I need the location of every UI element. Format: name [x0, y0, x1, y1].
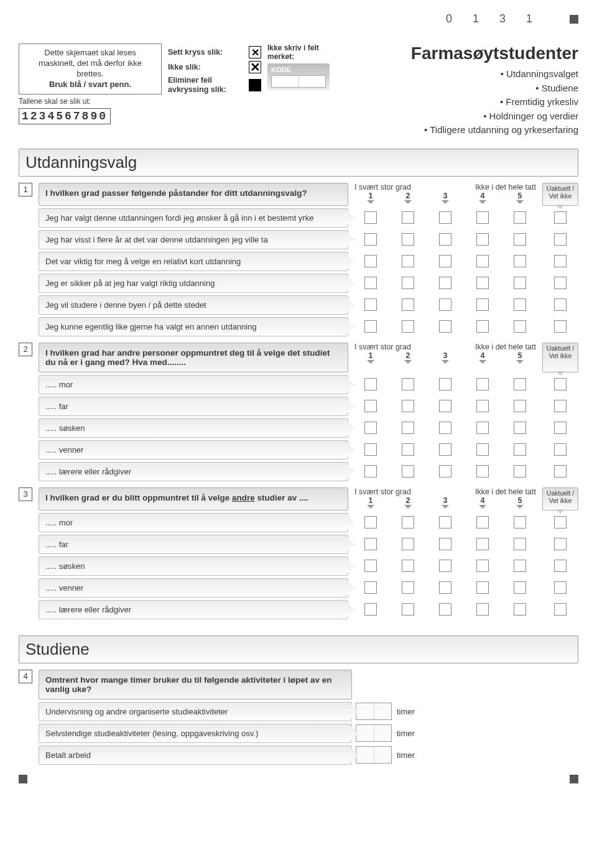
checkbox[interactable]	[402, 581, 414, 594]
checkbox-na[interactable]	[554, 422, 567, 434]
checkbox-na[interactable]	[554, 378, 567, 390]
checkbox[interactable]	[476, 277, 489, 289]
checkbox[interactable]	[364, 255, 377, 267]
checkbox[interactable]	[439, 233, 451, 246]
checkbox[interactable]	[364, 560, 377, 572]
checkbox[interactable]	[364, 400, 377, 412]
checkbox-na[interactable]	[554, 538, 567, 550]
checkbox-na[interactable]	[554, 400, 567, 412]
checkbox[interactable]	[439, 378, 451, 390]
checkbox[interactable]	[402, 298, 414, 311]
checkbox[interactable]	[402, 255, 414, 267]
checkbox[interactable]	[364, 581, 377, 594]
checkbox[interactable]	[439, 538, 451, 550]
na-col	[542, 465, 578, 478]
checkbox[interactable]	[514, 443, 526, 456]
checkbox[interactable]	[514, 233, 526, 246]
checkbox[interactable]	[439, 422, 451, 434]
checkbox[interactable]	[514, 211, 526, 224]
checkbox[interactable]	[514, 298, 526, 311]
checkbox-na[interactable]	[554, 560, 567, 572]
checkbox[interactable]	[364, 465, 377, 478]
checkbox[interactable]	[476, 465, 489, 478]
hours-input[interactable]	[356, 746, 392, 764]
checkbox[interactable]	[439, 443, 451, 456]
checkbox[interactable]	[439, 400, 451, 412]
checkbox[interactable]	[402, 465, 414, 478]
checkbox[interactable]	[402, 378, 414, 390]
checkbox[interactable]	[439, 516, 451, 529]
checkbox[interactable]	[402, 538, 414, 550]
checkbox[interactable]	[514, 516, 526, 529]
checkbox-na[interactable]	[554, 603, 567, 616]
checkbox[interactable]	[364, 538, 377, 550]
checkbox[interactable]	[514, 581, 526, 594]
checkbox[interactable]	[439, 211, 451, 224]
checkbox-na[interactable]	[554, 298, 567, 311]
checkbox[interactable]	[439, 465, 451, 478]
checkbox[interactable]	[364, 277, 377, 289]
checkbox[interactable]	[402, 560, 414, 572]
checkbox[interactable]	[476, 581, 489, 594]
checkbox[interactable]	[364, 378, 377, 390]
checkbox[interactable]	[364, 298, 377, 311]
checkbox[interactable]	[439, 320, 451, 333]
checkbox[interactable]	[364, 320, 377, 333]
checkbox[interactable]	[439, 255, 451, 267]
checkbox[interactable]	[514, 422, 526, 434]
checkbox[interactable]	[476, 443, 489, 456]
checkbox[interactable]	[514, 400, 526, 412]
checkbox[interactable]	[364, 516, 377, 529]
checkbox-na[interactable]	[554, 211, 567, 224]
checkbox[interactable]	[402, 516, 414, 529]
checkbox-na[interactable]	[554, 465, 567, 478]
checkbox[interactable]	[364, 211, 377, 224]
checkbox[interactable]	[514, 603, 526, 616]
checkbox[interactable]	[364, 443, 377, 456]
checkbox[interactable]	[364, 233, 377, 246]
checkbox-na[interactable]	[554, 516, 567, 529]
hours-input[interactable]	[356, 724, 392, 742]
checkbox[interactable]	[476, 538, 489, 550]
checkbox[interactable]	[476, 400, 489, 412]
checkbox[interactable]	[514, 255, 526, 267]
checkbox[interactable]	[514, 465, 526, 478]
hours-input[interactable]	[356, 703, 392, 720]
checkbox[interactable]	[402, 443, 414, 456]
checkbox-na[interactable]	[554, 320, 567, 333]
checkbox[interactable]	[514, 378, 526, 390]
checkbox[interactable]	[439, 603, 451, 616]
checkbox[interactable]	[402, 320, 414, 333]
checkbox[interactable]	[476, 298, 489, 311]
checkbox[interactable]	[364, 603, 377, 616]
checkbox[interactable]	[439, 581, 451, 594]
checkbox[interactable]	[476, 422, 489, 434]
checkbox[interactable]	[439, 277, 451, 289]
checkbox[interactable]	[402, 277, 414, 289]
checkbox[interactable]	[402, 422, 414, 434]
checkbox-na[interactable]	[554, 277, 567, 289]
checkbox[interactable]	[402, 233, 414, 246]
checkbox-na[interactable]	[554, 233, 567, 246]
checkbox[interactable]	[476, 516, 489, 529]
checkbox-na[interactable]	[554, 581, 567, 594]
checkbox[interactable]	[402, 603, 414, 616]
checkbox[interactable]	[476, 560, 489, 572]
checkbox[interactable]	[514, 538, 526, 550]
checkbox[interactable]	[476, 378, 489, 390]
checkbox-na[interactable]	[554, 255, 567, 267]
checkbox[interactable]	[514, 277, 526, 289]
checkbox[interactable]	[364, 422, 377, 434]
checkbox[interactable]	[439, 560, 451, 572]
checkbox[interactable]	[514, 560, 526, 572]
checkbox[interactable]	[476, 603, 489, 616]
checkbox[interactable]	[476, 211, 489, 224]
checkbox[interactable]	[476, 255, 489, 267]
checkbox-na[interactable]	[554, 443, 567, 456]
checkbox[interactable]	[476, 233, 489, 246]
checkbox[interactable]	[439, 298, 451, 311]
checkbox[interactable]	[476, 320, 489, 333]
checkbox[interactable]	[402, 211, 414, 224]
checkbox[interactable]	[402, 400, 414, 412]
checkbox[interactable]	[514, 320, 526, 333]
